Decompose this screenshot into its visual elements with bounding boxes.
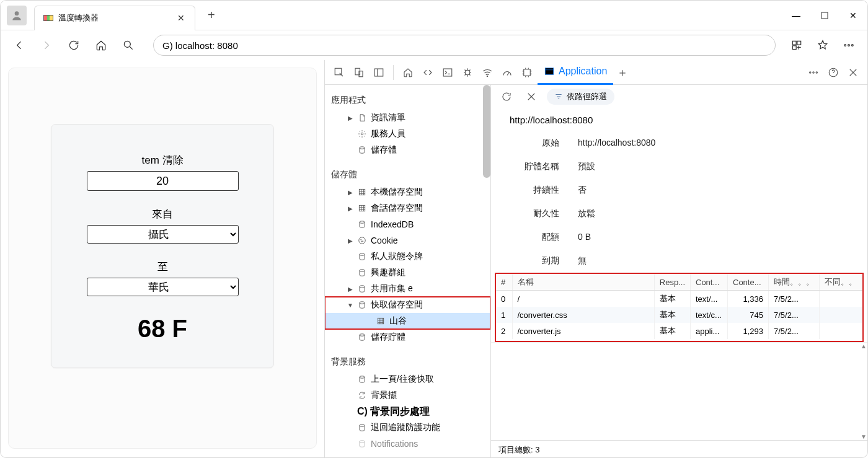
sidebar-item-indexeddb[interactable]: IndexedDB — [325, 216, 490, 232]
window-maximize-button[interactable] — [810, 4, 839, 27]
tab-favicon — [43, 13, 53, 23]
code-icon — [422, 67, 433, 78]
address-bar[interactable]: G) localhost: 8080 — [153, 35, 776, 56]
extensions-button[interactable] — [784, 33, 809, 58]
sidebar-item-ig[interactable]: 興趣群組 — [325, 265, 490, 281]
sidebar-highlight-box: ▼快取儲存空間 山谷 — [325, 297, 490, 329]
sidebar-item-notif[interactable]: Notifications — [325, 436, 490, 452]
cache-table-wrap: # 名稱 Resp... Cont... Conte... 時間。。。 不同。。… — [495, 273, 864, 342]
th-resp[interactable]: Resp... — [654, 274, 690, 291]
tab-application[interactable]: Application — [538, 60, 613, 85]
sidebar-item-cookie[interactable]: ▶Cookie — [325, 232, 490, 249]
browser-tab[interactable]: 溫度轉換器 ✕ — [34, 6, 195, 30]
table-row[interactable]: 1/converter.css基本text/c...7457/5/2... — [496, 307, 862, 323]
cache-filter-pill[interactable]: 依路徑篩選 — [547, 89, 614, 105]
extensions-icon — [790, 39, 803, 51]
th-time[interactable]: 時間。。。 — [769, 274, 820, 291]
tab-sources[interactable] — [458, 63, 477, 82]
nav-back-button[interactable] — [7, 33, 32, 58]
cache-filter-text: 依路徑篩選 — [567, 91, 607, 102]
db-icon — [358, 284, 366, 293]
cache-refresh-button[interactable] — [497, 87, 516, 106]
app-icon — [544, 66, 555, 77]
close-icon — [526, 91, 537, 102]
sidebar-item-cache-child[interactable]: 山谷 — [325, 313, 490, 329]
label-to: 至 — [157, 260, 168, 274]
devtools-tabstrip: Application ＋ — [325, 60, 867, 85]
dock-button[interactable] — [370, 63, 388, 82]
help-icon — [828, 67, 839, 78]
sidebar-head-bg: 背景服務 — [325, 351, 490, 371]
address-text: G) localhost: 8080 — [162, 40, 238, 51]
sidebar-item-shared[interactable]: ▶共用市集 e — [325, 281, 490, 297]
nav-search-button[interactable] — [116, 33, 141, 58]
converter-card: tem 清除 來自 攝氏 至 華氏 68 F — [51, 124, 274, 368]
favorite-button[interactable] — [810, 33, 835, 58]
application-detail: 依路徑篩選 http://localhost:8080 原始http://loc… — [491, 85, 867, 458]
sidebar-item-pst[interactable]: 私人狀態令牌 — [325, 249, 490, 265]
device-icon — [353, 67, 365, 78]
sidebar-item-storage-buckets[interactable]: 儲存貯體 — [325, 329, 490, 345]
tab-performance[interactable] — [498, 63, 516, 82]
sidebar-item-storage-top[interactable]: 儲存體 — [325, 142, 490, 158]
user-icon — [11, 9, 23, 22]
sidebar-scrolltrack[interactable] — [483, 85, 490, 458]
unit-from-select[interactable]: 攝氏 — [87, 225, 239, 244]
nav-home-button[interactable] — [89, 33, 113, 58]
tab-welcome[interactable] — [399, 63, 417, 82]
close-icon — [848, 67, 859, 78]
menu-button[interactable] — [836, 33, 861, 58]
db-icon — [358, 375, 366, 384]
th-name[interactable]: 名稱 — [512, 274, 654, 291]
devtools-close-button[interactable] — [844, 63, 862, 82]
tab-memory[interactable] — [518, 63, 536, 82]
sidebar-item-sessionstorage[interactable]: ▶會話儲存空間 — [325, 200, 490, 216]
nav-forward-button[interactable] — [34, 33, 59, 58]
devtools-settings-button[interactable] — [804, 63, 823, 82]
window-controls: — ✕ — [782, 4, 867, 27]
sidebar-item-bfcache[interactable]: 上一頁/往後快取 — [325, 371, 490, 387]
table-row[interactable]: 0/基本text/...1,3367/5/2... — [496, 291, 862, 307]
tab-network[interactable] — [478, 63, 497, 82]
cache-table[interactable]: # 名稱 Resp... Cont... Conte... 時間。。。 不同。。… — [496, 274, 862, 339]
devtools-help-button[interactable] — [824, 63, 843, 82]
window-minimize-button[interactable]: — — [782, 4, 810, 27]
sidebar-item-localstorage[interactable]: ▶本機儲存空間 — [325, 184, 490, 200]
application-sidebar: 應用程式 ▶資訊清單 服務人員 儲存體 儲存體 ▶本機儲存空間 ▶會話儲存空間 … — [325, 85, 491, 458]
sidebar-item-bounce[interactable]: 退回追蹤防護功能 — [325, 420, 490, 436]
grid-icon — [358, 188, 366, 196]
db-icon — [358, 301, 366, 309]
sidebar-item-bgsync[interactable]: C) 背景同步處理 — [325, 403, 490, 420]
browser-profile-button[interactable] — [7, 6, 27, 25]
th-vary[interactable]: 不同。。 — [820, 274, 862, 291]
temperature-input[interactable] — [87, 171, 239, 191]
nav-reload-button[interactable] — [61, 33, 86, 58]
tab-more-button[interactable]: ＋ — [614, 63, 633, 82]
window-close-button[interactable]: ✕ — [839, 4, 867, 27]
table-vscroll[interactable]: ▲▼ — [860, 343, 867, 440]
th-ct[interactable]: Cont... — [691, 274, 728, 291]
db-icon — [358, 220, 366, 229]
unit-to-select[interactable]: 華氏 — [87, 278, 239, 296]
new-tab-button[interactable]: + — [203, 6, 220, 25]
page-pane: tem 清除 來自 攝氏 至 華氏 68 F — [1, 60, 324, 458]
inspect-button[interactable] — [330, 63, 348, 82]
th-idx[interactable]: # — [496, 274, 512, 291]
table-row[interactable]: 2/converter.js基本appli...1,2937/5/2... — [496, 323, 862, 339]
sidebar-item-cache[interactable]: ▼快取儲存空間 — [325, 297, 490, 313]
dots-icon — [843, 39, 855, 51]
sidebar-item-manifest[interactable]: ▶資訊清單 — [325, 110, 490, 126]
search-icon — [122, 39, 135, 51]
sidebar-item-sw[interactable]: 服務人員 — [325, 126, 490, 142]
th-cl[interactable]: Conte... — [728, 274, 769, 291]
device-toggle-button[interactable] — [350, 63, 368, 82]
sidebar-head-storage: 儲存體 — [325, 164, 490, 184]
tab-elements[interactable] — [418, 63, 437, 82]
db-icon — [358, 252, 366, 261]
tab-close-icon[interactable]: ✕ — [176, 12, 186, 24]
cache-title-url: http://localhost:8080 — [491, 108, 867, 131]
tab-console[interactable] — [438, 63, 457, 82]
cache-clear-button[interactable] — [522, 87, 541, 106]
sidebar-item-bgfetch[interactable]: 背景擷 — [325, 387, 490, 403]
sidebar-scrollthumb[interactable] — [483, 85, 490, 178]
